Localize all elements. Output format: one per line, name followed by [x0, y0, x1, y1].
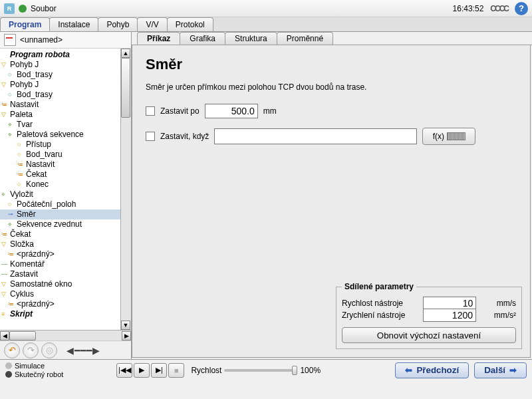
sub-tab-struktura[interactable]: Struktura — [225, 32, 277, 45]
tree-node-icon: ≔ — [8, 249, 15, 259]
real-robot-label: Skutečný robot — [15, 370, 63, 378]
tree-node-icon: ▽ — [1, 279, 8, 289]
tree-node[interactable]: ≔Nastavit — [0, 100, 120, 110]
command-panel: Směr Směr je určen přímkou mezi polohou … — [132, 45, 531, 358]
sub-tab-příkaz[interactable]: Příkaz — [137, 32, 180, 45]
tree-node-icon: ≔ — [17, 160, 24, 170]
bottombar: Simulace Skutečný robot |◀◀ ▶ ▶| ■ Rychl… — [0, 359, 532, 380]
slider-knob[interactable] — [292, 366, 297, 375]
tool-accel-input[interactable] — [423, 309, 476, 322]
tree-node-label: Vyložit — [10, 190, 33, 200]
tree-node-label: Samostatné okno — [10, 279, 72, 289]
disk-icon[interactable] — [4, 34, 16, 46]
scroll-right-icon[interactable]: ▶ — [122, 331, 131, 340]
main-tab-program[interactable]: Program — [0, 17, 50, 31]
stop-when-checkbox[interactable] — [146, 132, 155, 141]
tree-node[interactable]: ≔Čekat — [0, 170, 120, 180]
skip-back-button[interactable]: |◀◀ — [116, 363, 132, 378]
scroll-up-icon[interactable]: ▲ — [121, 49, 130, 58]
tree-node[interactable]: ▽Složka — [0, 239, 120, 249]
tree-node[interactable]: ○Bod_trasy — [0, 70, 120, 80]
program-tree[interactable]: Program robota▽Pohyb J○Bod_trasy▽Pohyb J… — [0, 49, 120, 330]
stop-after-checkbox[interactable] — [146, 106, 155, 116]
tree-node[interactable]: ○Počáteční_poloh — [0, 200, 120, 209]
tree-node-label: Bod_trasy — [17, 90, 53, 100]
tree-node-label: Konec — [26, 180, 49, 190]
tree-node[interactable]: —Zastavit — [0, 269, 120, 279]
tree-nav-row: ↶ ↷ ◎ ◀━━━▶ — [0, 340, 131, 359]
tree-node[interactable]: ≔<prázdný> — [0, 299, 120, 309]
tree-node[interactable]: ▽Paleta — [0, 110, 120, 120]
target-button[interactable]: ◎ — [41, 342, 57, 358]
move-handle-icon[interactable]: ◀━━━▶ — [66, 345, 100, 356]
tree-node[interactable]: ▽Pohyb J — [0, 80, 120, 90]
tree-node-icon: ○ — [8, 70, 15, 80]
sub-tab-grafika[interactable]: Grafika — [180, 32, 225, 45]
panel-title: Směr — [146, 56, 517, 73]
play-button[interactable]: ▶ — [134, 363, 150, 378]
simulation-radio[interactable]: Simulace — [5, 362, 63, 370]
previous-button[interactable]: ⬅Předchozí — [395, 362, 469, 378]
tree-node[interactable]: —Komentář — [0, 259, 120, 269]
shared-params: Sdílené parametry Rychlost nástroje mm/s… — [336, 287, 522, 349]
reset-defaults-button[interactable]: Obnovit výchozí nastavení — [342, 327, 516, 343]
help-icon[interactable]: ? — [515, 2, 528, 15]
tree-node-icon: ○ — [17, 180, 24, 190]
tree-node[interactable]: ⋄Sekvence zvednut — [0, 219, 120, 229]
tree-node[interactable]: ≔Nastavit — [0, 160, 120, 170]
tree-node[interactable]: Program robota — [0, 50, 120, 60]
main-tab-pohyb[interactable]: Pohyb — [98, 17, 138, 31]
undo-button[interactable]: ↶ — [4, 342, 20, 358]
tree-node-icon: ≡ — [1, 309, 8, 319]
scroll-left-icon[interactable]: ◀ — [0, 331, 9, 340]
stop-after-input[interactable] — [205, 104, 258, 118]
main-tabs: ProgramInstalacePohybV/VProtokol — [0, 17, 532, 32]
globe-icon — [19, 5, 27, 13]
tool-accel-unit: mm/s² — [494, 311, 516, 320]
tool-speed-label: Rychlost nástroje — [342, 299, 403, 308]
tree-node[interactable]: ○Přístup — [0, 140, 120, 150]
main-tab-protokol[interactable]: Protokol — [167, 17, 213, 31]
real-robot-radio[interactable]: Skutečný robot — [5, 370, 63, 378]
tree-node-label: Skript — [10, 309, 33, 319]
tree-node[interactable]: ⋄Vyložit — [0, 190, 120, 200]
stop-when-input[interactable] — [214, 128, 417, 144]
tree-scrollbar-horizontal[interactable]: ◀ ▶ — [0, 330, 131, 340]
tree-node[interactable]: ▽Samostatné okno — [0, 279, 120, 289]
scroll-thumb[interactable] — [121, 58, 130, 118]
tree-node[interactable]: ▽Pohyb J — [0, 60, 120, 70]
menu-file[interactable]: Soubor — [31, 4, 57, 13]
tree-node[interactable]: ⋄Tvar — [0, 120, 120, 130]
tree-node[interactable]: ≡Skript — [0, 309, 120, 319]
sub-tabs: PříkazGrafikaStrukturaProměnné — [132, 32, 532, 45]
tool-speed-input[interactable] — [423, 297, 476, 310]
tree-node-icon: ⋄ — [8, 219, 15, 229]
main-tab-instalace[interactable]: Instalace — [49, 17, 98, 31]
tree-node-label: Pohyb J — [10, 60, 39, 70]
previous-label: Předchozí — [416, 365, 459, 375]
tree-node-icon: — — [1, 259, 8, 269]
topbar: R Soubor 16:43:52 CCCC ? — [0, 0, 532, 17]
speed-slider[interactable] — [224, 369, 297, 372]
tree-node[interactable]: ⊸Směr — [0, 209, 120, 219]
tree-node[interactable]: ≔<prázdný> — [0, 249, 120, 259]
tree-node-icon: ▽ — [1, 60, 8, 70]
main-tab-v/v[interactable]: V/V — [137, 17, 167, 31]
sub-tab-proměnné[interactable]: Proměnné — [277, 32, 333, 45]
skip-fwd-button[interactable]: ▶| — [151, 363, 167, 378]
scroll-thumb-h[interactable] — [9, 331, 36, 340]
tree-node[interactable]: ≔Čekat — [0, 229, 120, 239]
tree-node-icon: ≔ — [17, 170, 24, 180]
redo-button[interactable]: ↷ — [23, 342, 39, 358]
next-button[interactable]: Další➡ — [474, 362, 527, 378]
fx-button[interactable]: f(x) — [422, 128, 475, 145]
tree-node[interactable]: ○Bod_tvaru — [0, 150, 120, 160]
tree-node[interactable]: ⋄Paletová sekvence — [0, 130, 120, 140]
tree-node[interactable]: ○Konec — [0, 180, 120, 190]
tree-node[interactable]: ▽Cyklus — [0, 289, 120, 299]
stop-button[interactable]: ■ — [168, 363, 184, 378]
scroll-down-icon[interactable]: ▼ — [121, 321, 130, 330]
tree-scrollbar-vertical[interactable]: ▲ ▼ — [120, 49, 131, 330]
tree-node[interactable]: ○Bod_trasy — [0, 90, 120, 100]
tree-node-label: Nastavit — [26, 160, 55, 170]
